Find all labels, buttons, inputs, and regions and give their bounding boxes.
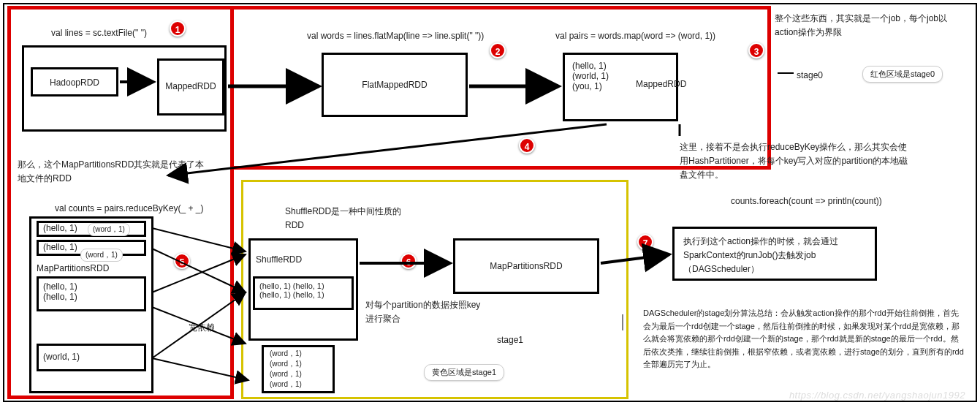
flatmapped-box: FlatMappedRDD xyxy=(322,53,468,117)
left-note: 那么，这个MapPartitionsRDD其实就是代表了本地文件的RDD xyxy=(18,158,208,186)
marker-7: 7 xyxy=(637,234,653,250)
shuffle-title: ShuffleRDD是一种中间性质的RDD xyxy=(285,205,402,232)
word-list-box: (word，1) (word，1) (word，1) (word，1) xyxy=(262,345,335,393)
code-line1: val lines = sc.textFile(" ") xyxy=(51,28,147,38)
mid-right-note: 这里，接着不是会执行reduceByKey操作么，那么其实会使用HashPart… xyxy=(680,140,913,183)
shuffle-data-box: (hello, 1) (hello, 1) (hello, 1) (hello,… xyxy=(253,276,354,310)
marker-3: 3 xyxy=(748,42,764,58)
right-top-note: 整个这些东西，其实就是一个job，每个job以action操作为界限 xyxy=(775,12,965,39)
marker-5: 5 xyxy=(174,253,190,269)
word-badge-1: (word，1) xyxy=(88,223,130,236)
stage0-badge: 红色区域是stage0 xyxy=(862,66,943,83)
marker-2: 2 xyxy=(490,42,506,58)
pairs-label: MappedRDD xyxy=(636,79,686,89)
mappart-note: 对每个partition的数据按照key进行聚合 xyxy=(365,298,482,326)
stage1-badge: 黄色区域是stage1 xyxy=(424,364,504,381)
marker-1: 1 xyxy=(170,20,186,37)
code-line3: val pairs = words.map(word => (word, 1)) xyxy=(555,31,715,41)
wide-dep-label: 宽依赖 xyxy=(189,322,215,334)
code-line2: val words = lines.flatMap(line => line.s… xyxy=(307,31,484,41)
stage1-inner-label: stage1 xyxy=(497,335,523,345)
word-badge-2: (word，1) xyxy=(80,249,123,262)
shuffle-label: ShuffleRDD xyxy=(256,254,302,265)
watermark: https://blog.csdn.net/yangshaojun1992 xyxy=(789,390,965,401)
hadoop-rdd-box: HadoopRDD xyxy=(31,67,118,96)
marker-4: 4 xyxy=(519,137,535,154)
mappart-box: MapPartitionsRDD xyxy=(453,238,599,294)
action-box: 执行到这个action操作的时候，就会通过SparkContext的runJob… xyxy=(672,227,877,281)
marker-6: 6 xyxy=(400,253,417,269)
mapped-rdd-box: MappedRDD xyxy=(157,58,224,116)
code-line5: counts.foreach(count => println(count)) xyxy=(731,196,882,206)
code-line4: val counts = pairs.reduceByKey(_ + _) xyxy=(55,203,203,213)
stage0-label: stage0 xyxy=(797,70,823,80)
dag-summary: DAGScheduler的stage划分算法总结：会从触发action操作的那个… xyxy=(643,307,965,371)
left-mappart-label: MapPartitionsRDD xyxy=(37,263,109,273)
left-world-box: (world, 1) xyxy=(37,344,146,371)
left-hello-pair-box: (hello, 1) (hello, 1) xyxy=(37,276,146,311)
